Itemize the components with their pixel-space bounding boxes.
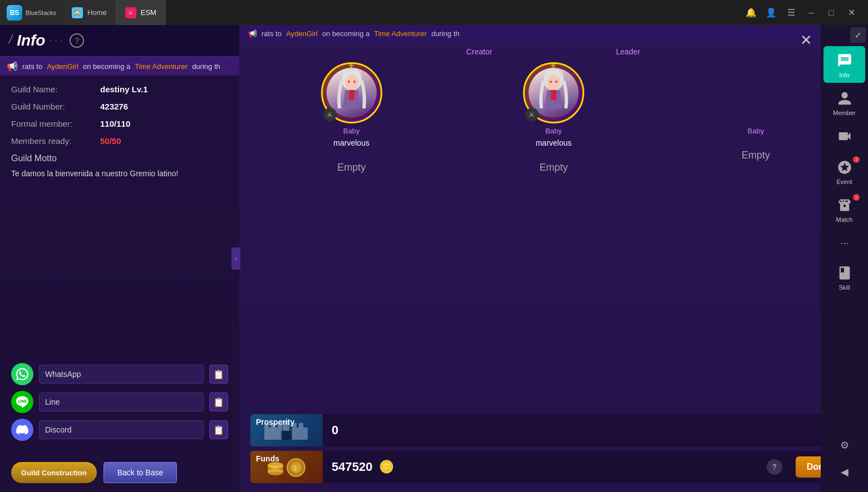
chat-icon <box>835 51 855 71</box>
discord-field[interactable]: Discord <box>39 420 204 439</box>
prosperity-value: 0 <box>332 423 338 438</box>
right-announce-text3: during th <box>431 29 460 38</box>
formal-member-row: Formal member: 110/110 <box>11 119 228 128</box>
guild-name-row: Guild Name: destiny Lv.1 <box>11 85 228 94</box>
funds-value: 547520 <box>332 460 372 474</box>
info-tab-label: Info <box>839 72 849 78</box>
app-logo: BS BlueStacks <box>0 0 63 25</box>
guild-info-content: Guild Name: destiny Lv.1 Guild Number: 4… <box>0 76 239 363</box>
prosperity-value-area: 0 ? <box>323 414 857 446</box>
right-sidebar: ⤢ Info Member <box>821 25 868 492</box>
members-ready-row: Members ready: 50/50 <box>11 136 228 146</box>
collapse-arrow[interactable]: ‹ <box>231 247 240 270</box>
motto-text: Te damos la bienvenida a nuestro Gremio … <box>11 168 228 180</box>
line-icon <box>11 391 33 413</box>
social-section: WhatsApp 📋 Line 📋 Discord 📋 <box>0 363 239 455</box>
members-ready-value: 50/50 <box>100 136 121 146</box>
char-avatar-0: ⚜ <box>321 62 382 123</box>
account-btn[interactable]: 👤 <box>763 5 779 21</box>
roles-row: Creator Leader <box>239 42 868 57</box>
notification-btn[interactable]: 🔔 <box>743 5 759 21</box>
prosperity-bar: Prosperity <box>250 414 857 446</box>
char-name-1: marvelous <box>536 138 572 147</box>
maximize-btn[interactable]: □ <box>823 5 839 21</box>
sidebar-item-member[interactable]: Member <box>823 84 865 121</box>
sidebar-item-skill[interactable]: Skill <box>823 259 865 295</box>
prosperity-label: Prosperity <box>256 418 294 426</box>
funds-value-area: 547520 🪙 ? Donate ! <box>323 451 857 483</box>
tab-home[interactable]: 🏠 Home <box>63 0 116 25</box>
announce-text3: during th <box>192 62 220 71</box>
svg-text:$: $ <box>293 464 297 472</box>
sidebar-expand-btn[interactable]: ⤢ <box>850 27 866 43</box>
sidebar-item-more[interactable]: ··· <box>823 228 865 257</box>
prosperity-icon-area: Prosperity <box>250 414 323 446</box>
line-row: Line 📋 <box>11 391 228 413</box>
info-panel: / Info · · · ? 📢 rats to AydenGirl on be… <box>0 25 868 492</box>
panel-title: Info <box>17 32 45 49</box>
char-baby-label-0: Baby <box>343 127 360 135</box>
help-button[interactable]: ? <box>70 33 84 48</box>
right-announce-text1: rats to <box>262 29 282 38</box>
discord-copy-btn[interactable]: 📋 <box>209 420 228 439</box>
skill-tab-label: Skill <box>839 284 850 291</box>
sidebar-item-event[interactable]: ! Event <box>823 153 865 190</box>
minimize-btn[interactable]: – <box>803 5 819 21</box>
star-icon <box>835 157 855 177</box>
guild-name-value: destiny Lv.1 <box>100 85 148 94</box>
back-to-base-button[interactable]: Back to Base <box>103 462 177 483</box>
sidebar-item-video[interactable] <box>823 122 865 152</box>
megaphone-icon: 📢 <box>7 61 18 72</box>
char-figure-1 <box>531 69 576 117</box>
discord-icon <box>11 419 33 441</box>
left-info-section: / Info · · · ? 📢 rats to AydenGirl on be… <box>0 25 239 492</box>
esm-tab-label: ESM <box>141 8 156 17</box>
tab-esm[interactable]: ⚔ ESM <box>116 0 166 25</box>
announce-title: Time Adventurer <box>135 62 188 71</box>
settings-btn[interactable]: ⚙ <box>834 434 856 456</box>
creator-spacer <box>256 47 405 57</box>
guild-number-value: 423276 <box>100 102 128 111</box>
svg-rect-14 <box>292 428 308 440</box>
announce-name: AydenGirl <box>47 62 78 71</box>
funds-label: Funds <box>256 454 279 463</box>
announcement-bar: 📢 rats to AydenGirl on becoming a Time A… <box>0 57 239 76</box>
right-announce-name: AydenGirl <box>286 29 318 38</box>
home-tab-label: Home <box>87 8 107 17</box>
sidebar-item-match[interactable]: ! Match <box>823 191 865 227</box>
crown-deco-1: ⚜ <box>550 62 557 71</box>
svg-rect-12 <box>299 423 303 428</box>
panel-close-button[interactable]: ✕ <box>800 32 812 49</box>
close-btn[interactable]: ✕ <box>844 5 859 21</box>
resource-bars: Prosperity <box>239 410 868 492</box>
whatsapp-copy-btn[interactable]: 📋 <box>209 365 228 384</box>
right-announce-megaphone: 📢 <box>248 29 257 38</box>
line-field[interactable]: Line <box>39 392 204 411</box>
svg-point-3 <box>353 81 356 83</box>
right-announce-text2: on becoming a <box>322 29 369 38</box>
char-avatar-1: ⚜ <box>523 62 584 123</box>
back-arrow-btn[interactable]: ◀ <box>834 461 856 483</box>
svg-point-6 <box>550 81 552 83</box>
window-controls: 🔔 👤 ☰ – □ ✕ <box>743 5 868 21</box>
bottom-buttons: Guild Construction Back to Base <box>0 455 239 492</box>
more-icon: ··· <box>835 233 855 253</box>
whatsapp-row: WhatsApp 📋 <box>11 363 228 385</box>
funds-icon-area: Funds $ <box>250 451 323 483</box>
game-area: / Info · · · ? 📢 rats to AydenGirl on be… <box>0 25 868 492</box>
menu-btn[interactable]: ☰ <box>783 5 799 21</box>
guild-number-row: Guild Number: 423276 <box>11 102 228 111</box>
whatsapp-icon <box>11 363 33 385</box>
char-slot-1: ⚜ <box>452 62 654 173</box>
line-copy-btn[interactable]: 📋 <box>209 392 228 411</box>
guild-construction-button[interactable]: Guild Construction <box>11 462 97 483</box>
svg-point-1 <box>345 75 358 91</box>
right-guild-panel: ‹ 📢 rats to AydenGirl on becoming a Time… <box>239 25 868 492</box>
sidebar-item-info[interactable]: Info <box>823 46 865 83</box>
svg-point-5 <box>547 75 560 91</box>
member-tab-label: Member <box>833 110 855 116</box>
funds-bar: Funds $ <box>250 451 857 483</box>
formal-member-value: 110/110 <box>100 119 130 128</box>
funds-help-btn[interactable]: ? <box>767 459 782 475</box>
whatsapp-field[interactable]: WhatsApp <box>39 365 204 384</box>
